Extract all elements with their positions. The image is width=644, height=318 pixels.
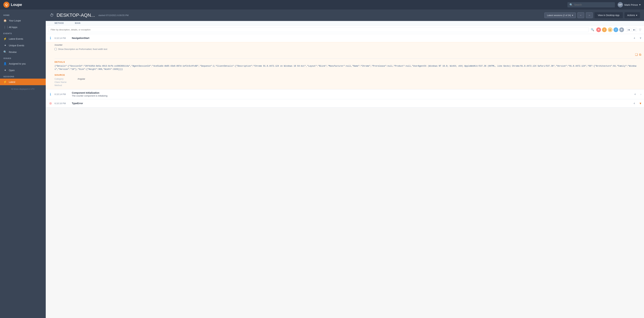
- top-navigation: Q Loupe 🔍 MP Mark Prince ▾: [0, 0, 644, 9]
- sidebar-item-unique-events[interactable]: ✦ Unique Events: [0, 42, 46, 49]
- filter-input[interactable]: [48, 27, 589, 32]
- event-time-type-error: 6:10:16 PM: [54, 102, 70, 105]
- event-row-navigation-start-header[interactable]: ℹ 6:10:14 PM NavigationStart 4 ▾: [46, 34, 644, 42]
- filter-alert-button[interactable]: ▲: [608, 27, 612, 32]
- sidebar-label-latest: Latest: [9, 81, 15, 83]
- session-prev-button[interactable]: ←: [578, 12, 584, 18]
- source-category-value: Angular: [78, 78, 641, 80]
- app-name: Loupe: [11, 2, 22, 7]
- open-icon: ✦: [4, 69, 7, 72]
- session-dropdown[interactable]: Latest sessions (2 of 24) ▾: [544, 12, 576, 18]
- user-chevron-icon: ▾: [639, 3, 640, 6]
- sidebar-label-review: Review: [9, 51, 16, 53]
- event-name-comp-init: Component Initialization: [72, 91, 632, 94]
- filter-alert-icon: ▲: [609, 29, 611, 31]
- funnel-icon: ▽: [639, 28, 641, 31]
- sidebar-item-latest-events[interactable]: ⚡ Latest Events: [0, 35, 46, 42]
- sidebar-label-open: Open: [9, 69, 14, 72]
- detail-divider: [54, 58, 641, 59]
- filter-last-button[interactable]: ▶|: [632, 28, 637, 32]
- sidebar-item-all-apps[interactable]: ⋮⋮ All Apps: [0, 24, 46, 30]
- star-icon: ✦: [4, 44, 7, 47]
- event-comp-init-icon: ℹ: [48, 92, 52, 96]
- details-section-title: DETAILS: [54, 61, 641, 63]
- sidebar-item-open[interactable]: ✦ Open: [0, 67, 46, 74]
- source-grid: Category Angular Class Name Method: [54, 78, 641, 87]
- search-input[interactable]: [574, 3, 613, 6]
- filter-settings-button[interactable]: ⚙: [619, 27, 624, 32]
- filter-error-button[interactable]: ✕: [596, 27, 601, 32]
- event-row-type-error-header[interactable]: ⊗ 6:10:16 PM TypeError 4 ▾: [46, 99, 644, 107]
- event-expand-type-error-icon: ▾: [640, 101, 641, 105]
- filter-error-icon: ✕: [598, 28, 600, 31]
- main-content: ⏱ DESKTOP-AQN... started 07/13/2021 6:09…: [46, 9, 644, 318]
- source-method-value: [78, 84, 641, 87]
- col-header-main: Main: [75, 22, 641, 24]
- source-method-label: Method: [54, 84, 75, 87]
- event-time-comp-init: 6:10:14 PM: [54, 93, 70, 96]
- lightning-active-icon: ⚡: [4, 80, 7, 84]
- session-dropdown-label: Latest sessions (2 of 24): [547, 14, 571, 16]
- event-json-detail: {"Details":{"SessionId":"26f4105d-0e5a-4…: [54, 65, 641, 71]
- event-name-type-error: TypeError: [72, 102, 632, 105]
- event-expand-comp-init-icon: ›: [640, 93, 641, 96]
- session-title: DESKTOP-AQN...: [56, 12, 95, 18]
- session-timer-icon: ⏱: [50, 13, 54, 17]
- source-class-label: Class Name: [54, 81, 75, 83]
- sidebar-item-assigned-to-you[interactable]: 👤 Assigned to you: [0, 60, 46, 67]
- preformatted-checkbox[interactable]: [54, 48, 57, 50]
- dropdown-chevron-icon: ▾: [572, 14, 573, 16]
- event-count-nav-start: 4: [634, 37, 635, 39]
- timezone-note: All times displayed in UTC: [11, 88, 35, 90]
- sidebar-section-sessions: SESSIONS: [0, 74, 46, 79]
- filter-nav: |◀ ▶|: [626, 28, 637, 32]
- event-count-comp-init: 4: [634, 93, 636, 96]
- sidebar-item-latest[interactable]: ⚡ Latest: [0, 79, 46, 85]
- topnav-right: 🔍 MP Mark Prince ▾: [568, 2, 640, 7]
- session-header: ⏱ DESKTOP-AQN... started 07/13/2021 6:09…: [46, 9, 644, 21]
- event-checkbox-row: Show Description as Preformatted, fixed …: [54, 47, 641, 52]
- search-icon: 🔍: [570, 3, 573, 6]
- event-row-comp-init-header[interactable]: ℹ 6:10:14 PM Component Initialization Th…: [46, 89, 644, 99]
- event-type-error-icon: ⊗: [48, 101, 52, 105]
- sidebar-label-all-apps: All Apps: [9, 26, 18, 28]
- source-category-label: Category: [54, 78, 75, 80]
- filter-settings-icon: ⚙: [620, 28, 622, 31]
- event-time-nav-start: 6:10:14 PM: [54, 37, 70, 39]
- filter-bar: 🔍 ✕ ! ▲ i ⚙ |◀ ▶|: [46, 25, 644, 34]
- sidebar-label-assigned-to-you: Assigned to you: [9, 62, 26, 65]
- filter-first-button[interactable]: |◀: [626, 28, 631, 32]
- row-action-icons: ❏ ⧉: [635, 52, 641, 57]
- event-info-icon: ℹ: [48, 36, 52, 40]
- filter-warning-icon: !: [604, 28, 605, 31]
- header-controls: Latest sessions (2 of 24) ▾ ← → View in …: [544, 12, 640, 18]
- sidebar-item-review[interactable]: 🔍 Review: [0, 49, 46, 55]
- actions-button[interactable]: Actions ▾: [624, 12, 640, 18]
- filter-warning-button[interactable]: !: [602, 27, 607, 32]
- col-header-method: Method: [54, 22, 75, 24]
- event-detail-nav-start: /counter Show Description as Preformatte…: [46, 42, 644, 89]
- avatar-initials: MP: [618, 3, 622, 6]
- session-started: started 07/13/2021 6:09:55 PM: [98, 14, 129, 16]
- funnel-filter-button[interactable]: ▽: [639, 28, 641, 32]
- user-menu[interactable]: MP Mark Prince ▾: [618, 2, 640, 7]
- sidebar: HOME 🏠 Your Loupe ⋮⋮ All Apps EVENTS ⚡ L…: [0, 9, 46, 318]
- event-collapse-icon: ▾: [640, 36, 641, 40]
- sidebar-item-your-loupe[interactable]: 🏠 Your Loupe: [0, 17, 46, 24]
- filter-info-button[interactable]: i: [614, 27, 618, 32]
- copy-icon-button[interactable]: ⧉: [639, 53, 641, 56]
- sidebar-label-latest-events: Latest Events: [9, 37, 23, 40]
- layers-icon-button[interactable]: ❏: [635, 53, 638, 56]
- sidebar-section-events: EVENTS: [0, 30, 46, 35]
- app-logo[interactable]: Q Loupe: [4, 2, 22, 8]
- search-box[interactable]: 🔍: [568, 2, 615, 7]
- view-in-desktop-button[interactable]: View in Desktop App: [594, 12, 623, 18]
- sidebar-section-home: HOME: [0, 12, 46, 17]
- event-desc-comp-init: The counter component is initializing: [72, 94, 632, 97]
- source-class-value: [78, 81, 641, 83]
- sidebar-label-unique-events: Unique Events: [9, 44, 24, 47]
- sidebar-section-issues: ISSUES: [0, 55, 46, 60]
- grid-icon: ⋮⋮: [4, 25, 7, 29]
- logo-icon: Q: [4, 2, 10, 8]
- session-next-button[interactable]: →: [586, 12, 593, 18]
